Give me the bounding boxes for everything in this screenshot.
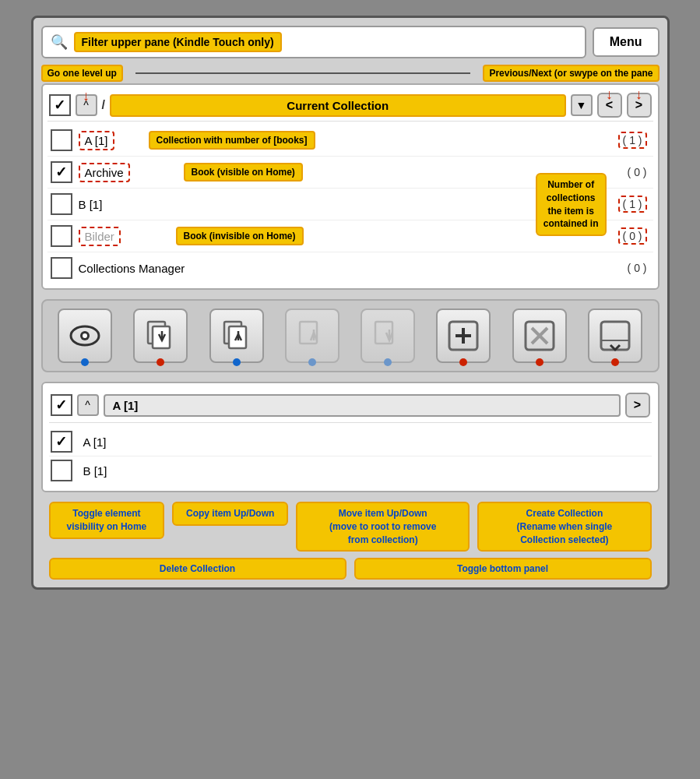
- menu-button[interactable]: Menu: [593, 27, 660, 57]
- item-count-collections-manager: ( 0 ): [628, 262, 650, 274]
- svg-point-2: [83, 333, 87, 338]
- copy-annotation: Copy item Up/Down: [172, 502, 288, 526]
- move-annotation: Move item Up/Down(move to root to remove…: [296, 502, 470, 552]
- create-annotation-wrap: Create Collection(Rename when singleColl…: [477, 502, 651, 552]
- x-icon: [522, 319, 557, 353]
- toggle-visibility-annotation-wrap: Toggle elementvisibility on Home: [49, 502, 165, 552]
- move-down-button[interactable]: [361, 308, 415, 363]
- copy-down-button[interactable]: [133, 308, 188, 363]
- item-label-collections-manager: Collections Manager: [72, 262, 628, 275]
- checkbox-b1[interactable]: [51, 193, 72, 215]
- lower-collection-row: ^ A [1] >: [49, 390, 652, 423]
- move-down-icon: [371, 319, 405, 353]
- checkbox-a1[interactable]: [51, 129, 72, 151]
- search-icon: 🔍: [51, 33, 68, 51]
- go-up-annotation: Go one level up: [41, 65, 123, 82]
- eye-icon: [68, 319, 102, 353]
- list-item-b1: B [1] Number ofcollectionsthe item iscon…: [47, 189, 653, 220]
- lower-checkbox-a1[interactable]: [51, 431, 72, 453]
- delete-collection-button[interactable]: [512, 308, 567, 363]
- toggle-panel-button[interactable]: [588, 308, 642, 363]
- item-count-b1: ( 1 ): [618, 198, 650, 210]
- lower-checkbox-b1[interactable]: [51, 460, 72, 481]
- a1-annotation: Collection with number of [books]: [149, 131, 315, 150]
- move-up-icon: [295, 319, 329, 353]
- search-box: 🔍 Filter upper pane (Kindle Touch only): [41, 26, 586, 58]
- toggle-visibility-annotation: Toggle elementvisibility on Home: [49, 502, 165, 539]
- move-up-button[interactable]: [285, 308, 339, 363]
- lower-main-checkbox[interactable]: [51, 394, 72, 416]
- toggle-visibility-button[interactable]: [58, 308, 112, 363]
- checkbox-bilder[interactable]: [51, 225, 72, 247]
- lower-nav-next[interactable]: >: [625, 393, 650, 418]
- main-container: 🔍 Filter upper pane (Kindle Touch only) …: [31, 16, 670, 590]
- collections-count-annotation: Number ofcollectionsthe item iscontained…: [536, 173, 607, 236]
- plus-icon: [446, 319, 480, 353]
- prev-next-annotation: Previous/Next (or swype on the pane: [483, 65, 659, 82]
- dropdown-button[interactable]: ▼: [571, 94, 593, 116]
- delete-collection-annotation: Delete Collection: [49, 558, 346, 580]
- lower-item-b1: B [1]: [49, 456, 652, 485]
- lower-label-a1: A [1]: [77, 435, 650, 449]
- item-count-bilder: ( 0 ): [618, 230, 650, 242]
- lower-current-label: A [1]: [104, 394, 621, 417]
- lower-label-b1: B [1]: [77, 464, 650, 478]
- slash-label: /: [102, 98, 105, 112]
- bilder-annotation: Book (invisible on Home): [176, 227, 304, 245]
- create-annotation: Create Collection(Rename when singleColl…: [477, 502, 651, 552]
- archive-annotation: Book (visible on Home): [184, 163, 303, 182]
- checkbox-archive[interactable]: [51, 161, 72, 183]
- annotation-row-2: Delete Collection Toggle bottom panel: [41, 558, 660, 580]
- lower-up-arrow[interactable]: ^: [77, 394, 99, 416]
- list-item-a1: A [1] Collection with number of [books] …: [47, 125, 653, 157]
- current-collection-label: Current Collection: [110, 94, 566, 117]
- lower-item-a1: A [1]: [49, 428, 652, 456]
- checkbox-collections-manager[interactable]: [51, 257, 72, 279]
- lower-pane: ^ A [1] > A [1] B [1]: [41, 382, 660, 492]
- list-item-collections-manager: Collections Manager ( 0 ): [47, 252, 653, 284]
- current-collection-row: ↓ ^ / Current Collection ▼ ↓ < ↓ >: [47, 90, 653, 122]
- lower-up-label: ^: [85, 399, 90, 411]
- toolbar: [41, 299, 660, 372]
- copy-up-icon: [220, 319, 254, 353]
- annotation-row: Toggle elementvisibility on Home Copy it…: [41, 502, 660, 552]
- copy-down-icon: [143, 319, 178, 353]
- item-count-a1: ( 1 ): [618, 134, 650, 146]
- toggle-panel-annotation-wrap: Toggle bottom panel: [354, 558, 652, 580]
- top-bar: 🔍 Filter upper pane (Kindle Touch only) …: [41, 26, 660, 58]
- toggle-panel-annotation: Toggle bottom panel: [354, 558, 652, 580]
- create-collection-button[interactable]: [436, 308, 491, 363]
- move-annotation-wrap: Move item Up/Down(move to root to remove…: [296, 502, 470, 552]
- delete-annotation-wrap: Delete Collection: [49, 558, 346, 580]
- main-checkbox[interactable]: [49, 94, 71, 116]
- filter-label: Filter upper pane (Kindle Touch only): [74, 32, 282, 52]
- nav-prev-button[interactable]: ↓ <: [597, 93, 622, 118]
- svg-rect-19: [601, 322, 629, 350]
- up-arrow-button[interactable]: ↓ ^: [76, 94, 97, 116]
- panel-icon: [598, 319, 632, 353]
- copy-up-button[interactable]: [209, 308, 264, 363]
- item-count-archive: ( 0 ): [628, 166, 650, 178]
- copy-annotation-wrap: Copy item Up/Down: [172, 502, 288, 552]
- upper-pane: ↓ ^ / Current Collection ▼ ↓ < ↓ > A [1]: [41, 83, 660, 290]
- nav-next-button[interactable]: ↓ >: [627, 93, 652, 118]
